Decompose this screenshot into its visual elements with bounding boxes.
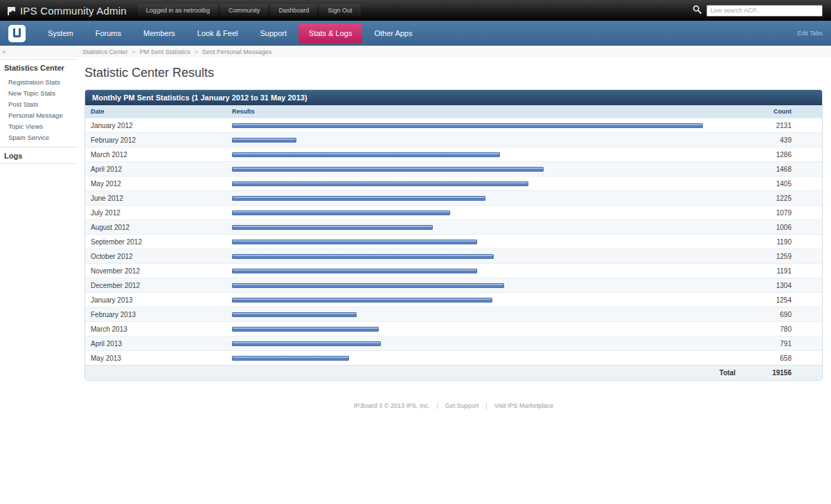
acp-search-input[interactable] — [706, 5, 823, 17]
topbar-link-community[interactable]: Community — [220, 4, 269, 17]
table-row: April 20121468 — [85, 161, 822, 176]
table-row: February 2013690 — [85, 307, 822, 321]
topbar-link-sign-out[interactable]: Sign Out — [319, 4, 360, 17]
row-date: May 2012 — [85, 180, 232, 188]
row-count: 1405 — [739, 180, 822, 188]
nav-tab-stats-logs[interactable]: Stats & Logs — [298, 24, 362, 43]
sidebar-item-post-stats[interactable]: Post Stats — [0, 98, 78, 109]
row-date: April 2013 — [85, 340, 232, 348]
table-rows: January 20122131February 2012439March 20… — [85, 118, 822, 365]
sidebar-section-logs[interactable]: Logs — [0, 147, 78, 163]
result-bar — [232, 240, 477, 244]
row-results-cell — [232, 312, 739, 317]
row-count: 1304 — [739, 282, 822, 289]
result-bar — [232, 269, 477, 273]
nav-tab-forums[interactable]: Forums — [85, 24, 132, 43]
result-bar — [232, 196, 485, 201]
app-title: IPS Community Admin — [20, 5, 127, 17]
page-title: Statistic Center Results — [84, 66, 823, 80]
edit-tabs-link[interactable]: Edit Tabs — [797, 21, 823, 46]
row-date: November 2012 — [85, 267, 232, 275]
nav-tab-members[interactable]: Members — [133, 24, 186, 43]
nav-tab-support[interactable]: Support — [250, 24, 298, 43]
row-date: February 2013 — [85, 311, 232, 318]
footer-separator: | — [436, 402, 438, 409]
table-title: Monthly PM Sent Statistics (1 January 20… — [85, 90, 822, 105]
breadcrumb-item-pm-sent-statistics[interactable]: PM Sent Statistics — [140, 48, 190, 55]
table-row: July 20121079 — [85, 205, 822, 219]
row-count: 439 — [739, 136, 822, 144]
table-row: August 20121006 — [85, 219, 822, 234]
topbar-links: Logged in as netrootbgCommunityDashboard… — [138, 0, 361, 21]
table-total-row: Total 19156 — [85, 365, 822, 380]
row-count: 1286 — [739, 151, 822, 159]
row-results-cell — [232, 152, 739, 157]
breadcrumb-item-sent-personal-messages[interactable]: Sent Personal Messages — [202, 48, 271, 55]
row-results-cell — [232, 341, 739, 346]
result-bar — [232, 167, 544, 172]
row-results-cell — [232, 138, 739, 143]
ips-brand[interactable]: IPS Community Admin — [0, 5, 138, 17]
row-count: 1190 — [739, 238, 822, 246]
result-bar — [232, 298, 492, 303]
result-bar — [232, 210, 450, 215]
result-bar — [232, 283, 504, 288]
table-row: November 20121191 — [85, 263, 822, 278]
sidebar-item-personal-message[interactable]: Personal Message — [0, 109, 78, 120]
row-count: 1254 — [739, 296, 822, 304]
row-date: May 2013 — [85, 354, 232, 362]
row-results-cell — [232, 269, 739, 273]
row-date: January 2012 — [85, 122, 232, 129]
footer: IP.Board 3 © 2013 IPS, Inc.|Get Support|… — [84, 402, 823, 409]
nav-tab-look-feel[interactable]: Look & Feel — [187, 24, 249, 43]
topbar-link-logged-in-as-netrootbg[interactable]: Logged in as netrootbg — [138, 4, 218, 17]
sidebar-item-topic-views[interactable]: Topic Views — [0, 120, 78, 132]
footer-link-visit-ips-marketplace[interactable]: Visit IPS Marketplace — [494, 402, 553, 409]
table-row: May 2013658 — [85, 350, 822, 365]
row-results-cell — [232, 210, 739, 215]
row-date: October 2012 — [85, 253, 232, 260]
row-results-cell — [232, 327, 739, 332]
row-date: July 2012 — [85, 209, 232, 217]
row-date: August 2012 — [85, 224, 232, 231]
total-value: 19156 — [739, 369, 822, 377]
sidebar-item-new-topic-stats[interactable]: New Topic Stats — [0, 87, 78, 98]
result-bar — [232, 341, 381, 346]
breadcrumb-item-statistics-center[interactable]: Statistics Center — [82, 48, 128, 55]
table-row: January 20122131 — [85, 118, 822, 132]
row-count: 1006 — [739, 224, 822, 231]
sidebar-collapse-icon[interactable]: « — [0, 48, 8, 55]
footer-separator: | — [485, 402, 487, 409]
row-count: 1191 — [739, 267, 822, 275]
admin-top-bar: IPS Community Admin Logged in as netroot… — [0, 0, 831, 21]
row-results-cell — [232, 167, 739, 172]
row-results-cell — [232, 240, 739, 244]
app-nav-bar: SystemForumsMembersLook & FeelSupportSta… — [0, 21, 831, 46]
ipboard-logo[interactable] — [8, 25, 26, 42]
sidebar-item-spam-service[interactable]: Spam Service — [0, 132, 78, 143]
row-date: January 2013 — [85, 296, 232, 304]
row-results-cell — [232, 298, 739, 303]
row-count: 658 — [739, 354, 822, 362]
table-row: October 20121259 — [85, 249, 822, 263]
row-count: 2131 — [739, 122, 822, 129]
sidebar-item-registration-stats[interactable]: Registration Stats — [0, 76, 78, 87]
row-results-cell — [232, 356, 739, 361]
table-row: June 20121225 — [85, 190, 822, 205]
result-bar — [232, 327, 379, 332]
row-date: December 2012 — [85, 282, 232, 289]
table-row: March 20121286 — [85, 147, 822, 161]
topbar-link-dashboard[interactable]: Dashboard — [270, 4, 317, 17]
breadcrumb: Statistics Center>PM Sent Statistics>Sen… — [82, 48, 271, 55]
table-column-header: Date Results Count — [85, 105, 822, 118]
row-count: 1225 — [739, 195, 822, 202]
total-label: Total — [85, 369, 739, 377]
nav-tab-system[interactable]: System — [37, 24, 84, 43]
table-row: March 2013780 — [85, 321, 822, 336]
row-count: 780 — [739, 325, 822, 333]
sidebar-section-statistics-center[interactable]: Statistics Center — [0, 59, 78, 75]
row-date: February 2012 — [85, 136, 232, 144]
row-count: 1079 — [739, 209, 822, 217]
nav-tab-other-apps[interactable]: Other Apps — [364, 24, 422, 43]
footer-link-get-support[interactable]: Get Support — [445, 402, 479, 409]
